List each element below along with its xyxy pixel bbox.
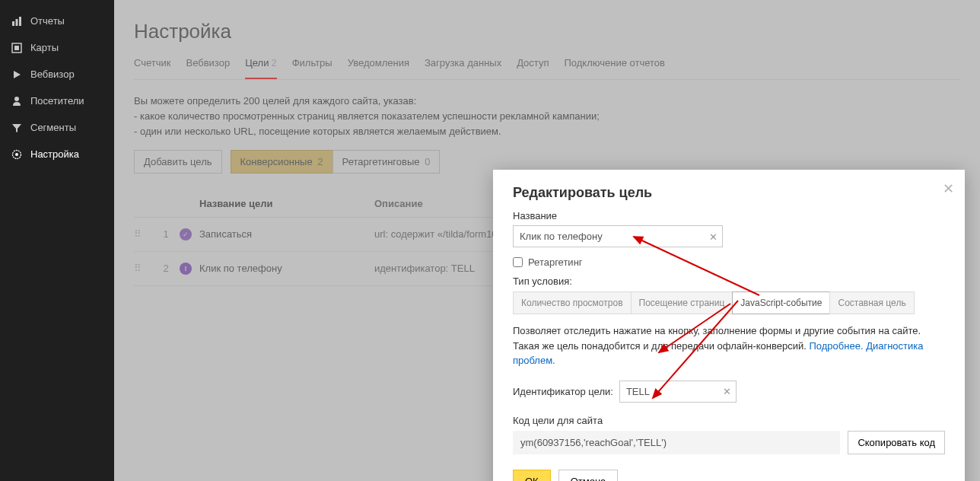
sidebar-item-maps[interactable]: Карты: [0, 34, 114, 61]
svg-point-9: [15, 153, 18, 156]
sidebar-item-label: Вебвизор: [30, 68, 75, 80]
sidebar-item-label: Сегменты: [30, 122, 76, 133]
sidebar: Отчеты Карты Вебвизор Посетители Сегмент…: [0, 0, 114, 481]
svg-rect-2: [19, 17, 21, 26]
code-label: Код цели для сайта: [513, 415, 945, 426]
filter-icon: [11, 123, 23, 133]
edit-goal-modal: ✕ Редактировать цель Название ✕ Ретаргет…: [493, 170, 965, 481]
ok-button[interactable]: ОК: [513, 470, 551, 482]
copy-code-button[interactable]: Скопировать код: [848, 431, 945, 454]
help-more-link[interactable]: Подробнее.: [809, 340, 863, 352]
clear-icon[interactable]: ✕: [723, 386, 731, 397]
svg-marker-7: [12, 124, 21, 132]
sidebar-item-label: Настройка: [30, 148, 79, 160]
sidebar-item-settings[interactable]: Настройка: [0, 141, 114, 167]
condition-type-group: Количество просмотров Посещение страниц …: [513, 291, 945, 314]
svg-marker-5: [14, 71, 21, 78]
sidebar-item-label: Посетители: [30, 95, 84, 107]
code-box: ym(60937156,'reachGoal','TELL'): [513, 431, 840, 454]
svg-rect-4: [14, 46, 19, 50]
name-input[interactable]: [513, 225, 723, 247]
play-icon: [11, 69, 23, 80]
cond-views[interactable]: Количество просмотров: [513, 291, 632, 314]
cond-pages[interactable]: Посещение страниц: [631, 291, 733, 314]
condition-label: Тип условия:: [513, 276, 945, 287]
sidebar-item-visitors[interactable]: Посетители: [0, 88, 114, 114]
retarget-checkbox[interactable]: Ретаргетинг: [513, 256, 945, 268]
cond-js-event[interactable]: JavaScript-событие: [732, 291, 830, 314]
close-icon[interactable]: ✕: [943, 180, 954, 197]
cond-composite[interactable]: Составная цель: [829, 291, 914, 314]
sidebar-item-webvisor[interactable]: Вебвизор: [0, 61, 114, 88]
bars-icon: [11, 16, 23, 27]
goal-id-input[interactable]: [619, 381, 737, 403]
modal-title: Редактировать цель: [513, 185, 945, 201]
goal-id-label: Идентификатор цели:: [513, 386, 613, 397]
map-icon: [11, 43, 23, 53]
retarget-checkbox-input[interactable]: [513, 257, 523, 267]
clear-icon[interactable]: ✕: [709, 231, 718, 242]
sidebar-item-label: Карты: [30, 42, 59, 53]
svg-rect-0: [12, 21, 14, 26]
svg-point-6: [14, 97, 19, 101]
cancel-button[interactable]: Отмена: [558, 470, 619, 482]
user-icon: [11, 96, 23, 107]
name-label: Название: [513, 210, 945, 221]
sidebar-item-segments[interactable]: Сегменты: [0, 114, 114, 141]
sidebar-item-reports[interactable]: Отчеты: [0, 8, 114, 34]
svg-rect-1: [16, 19, 18, 26]
sidebar-item-label: Отчеты: [30, 15, 65, 27]
gear-icon: [11, 149, 23, 160]
help-text: Позволяет отследить нажатие на кнопку, з…: [513, 323, 945, 368]
